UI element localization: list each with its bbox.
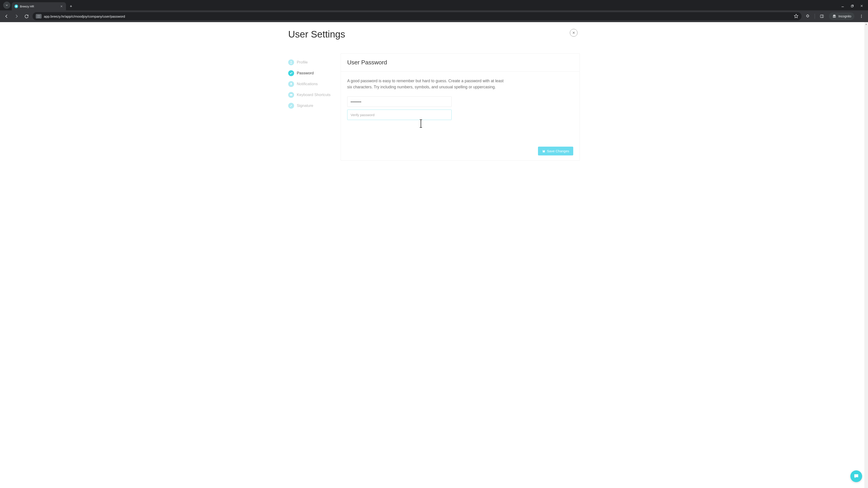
window-controls — [840, 4, 868, 10]
svg-point-14 — [833, 17, 834, 18]
sidebar-item-label: Notifications — [297, 82, 318, 86]
save-icon — [542, 150, 545, 153]
bell-icon — [288, 81, 294, 87]
svg-point-0 — [16, 6, 17, 7]
sidebar-item-label: Profile — [297, 60, 308, 65]
verify-password-input[interactable] — [347, 109, 452, 120]
side-panel-button[interactable] — [818, 12, 826, 20]
browser-menu-button[interactable] — [858, 12, 865, 20]
svg-point-23 — [290, 73, 291, 74]
settings-sidebar: Profile Password Notifications Keyboard … — [288, 53, 341, 161]
password-description: A good password is easy to remember but … — [347, 78, 505, 90]
browser-tab-strip: Breezy HR + — [0, 0, 868, 10]
tab-title: Breezy HR — [20, 5, 34, 8]
svg-marker-11 — [794, 14, 798, 18]
svg-point-24 — [291, 85, 291, 85]
sidebar-item-label: Keyboard Shortcuts — [297, 93, 331, 97]
text-cursor-icon — [421, 120, 421, 127]
svg-point-22 — [291, 61, 292, 62]
tab-search-button[interactable] — [3, 2, 10, 9]
key-icon — [288, 70, 294, 76]
tab-favicon-icon — [14, 4, 18, 8]
incognito-icon — [832, 14, 837, 18]
new-password-input[interactable] — [347, 96, 452, 107]
panel-header: User Password — [341, 54, 580, 72]
sidebar-item-profile[interactable]: Profile — [288, 57, 341, 68]
url-text: app.breezy.hr/app/c/moodjoy/company/user… — [44, 14, 125, 18]
password-panel: User Password A good password is easy to… — [341, 53, 580, 161]
browser-toolbar: app.breezy.hr/app/c/moodjoy/company/user… — [0, 10, 868, 22]
back-button[interactable] — [3, 12, 10, 20]
sidebar-item-signature[interactable]: Signature — [288, 100, 341, 111]
page-title: User Settings — [288, 29, 580, 40]
svg-point-17 — [861, 15, 862, 15]
reload-button[interactable] — [23, 12, 30, 20]
pen-icon — [288, 103, 294, 109]
panel-title: User Password — [347, 59, 573, 66]
window-maximize-button[interactable] — [850, 4, 855, 8]
forward-button[interactable] — [13, 12, 20, 20]
svg-point-19 — [861, 17, 862, 18]
sidebar-item-notifications[interactable]: Notifications — [288, 78, 341, 90]
extensions-button[interactable] — [804, 12, 811, 20]
new-tab-button[interactable]: + — [68, 3, 74, 9]
scroll-up-arrow-icon[interactable]: ▲ — [864, 22, 868, 26]
bookmark-star-icon[interactable] — [794, 14, 798, 19]
svg-rect-12 — [820, 15, 824, 18]
profile-icon — [288, 59, 294, 65]
sidebar-item-label: Signature — [297, 103, 313, 108]
browser-tab[interactable]: Breezy HR — [12, 2, 66, 10]
save-button-label: Save Changes — [547, 149, 569, 153]
close-settings-button[interactable] — [570, 29, 578, 37]
address-bar[interactable]: app.breezy.hr/app/c/moodjoy/company/user… — [33, 12, 802, 20]
page-content: User Settings Profile Password Notificat… — [0, 22, 868, 174]
incognito-indicator[interactable]: Incognito — [829, 12, 855, 20]
svg-rect-4 — [851, 5, 852, 7]
incognito-label: Incognito — [838, 14, 851, 18]
svg-point-15 — [835, 17, 836, 18]
site-info-icon[interactable] — [36, 14, 41, 19]
sidebar-item-keyboard-shortcuts[interactable]: Keyboard Shortcuts — [288, 90, 341, 100]
svg-point-18 — [861, 16, 862, 17]
sidebar-item-label: Password — [297, 71, 314, 75]
keyboard-icon — [288, 92, 294, 98]
svg-rect-25 — [290, 94, 292, 96]
vertical-scrollbar[interactable]: ▲ — [864, 22, 868, 174]
window-close-button[interactable] — [860, 4, 864, 8]
save-changes-button[interactable]: Save Changes — [538, 147, 573, 156]
window-minimize-button[interactable] — [840, 4, 845, 8]
sidebar-item-password[interactable]: Password — [288, 68, 341, 78]
tab-close-button[interactable] — [60, 4, 63, 8]
